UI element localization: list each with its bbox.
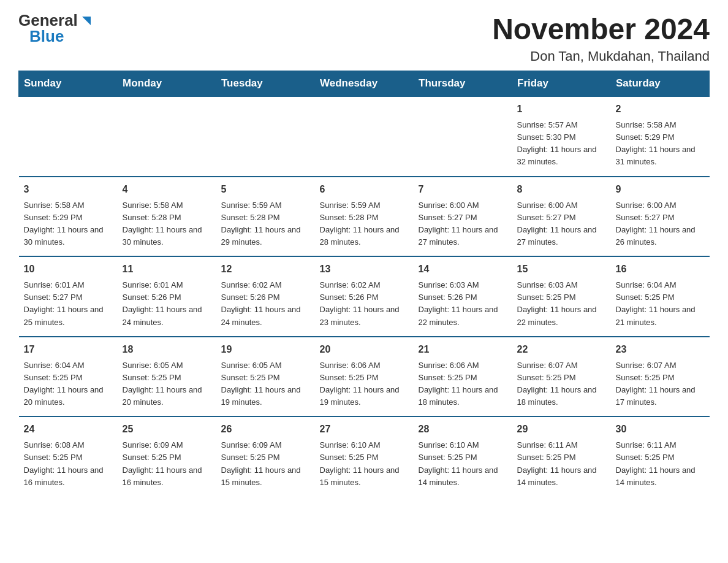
day-number: 8 [517,182,606,197]
table-row [19,96,118,177]
table-row: 28Sunrise: 6:10 AMSunset: 5:25 PMDayligh… [414,416,512,496]
calendar-week-row: 17Sunrise: 6:04 AMSunset: 5:25 PMDayligh… [19,337,710,417]
day-detail: Sunrise: 6:00 AMSunset: 5:27 PMDaylight:… [419,199,507,249]
calendar-week-row: 3Sunrise: 5:58 AMSunset: 5:29 PMDaylight… [19,177,710,257]
table-row: 21Sunrise: 6:06 AMSunset: 5:25 PMDayligh… [414,337,512,417]
day-number: 24 [24,422,113,437]
calendar-week-row: 10Sunrise: 6:01 AMSunset: 5:27 PMDayligh… [19,256,710,337]
calendar-table: Sunday Monday Tuesday Wednesday Thursday… [18,71,710,496]
day-number: 20 [320,342,409,357]
table-row: 20Sunrise: 6:06 AMSunset: 5:25 PMDayligh… [315,337,414,417]
calendar-header-row: Sunday Monday Tuesday Wednesday Thursday… [19,71,710,97]
table-row: 13Sunrise: 6:02 AMSunset: 5:26 PMDayligh… [315,256,414,337]
day-number: 21 [419,342,507,357]
day-detail: Sunrise: 6:07 AMSunset: 5:25 PMDaylight:… [616,359,705,409]
day-detail: Sunrise: 6:08 AMSunset: 5:25 PMDaylight:… [24,439,113,489]
day-detail: Sunrise: 6:07 AMSunset: 5:25 PMDaylight:… [517,359,606,409]
table-row: 3Sunrise: 5:58 AMSunset: 5:29 PMDaylight… [19,177,118,257]
day-detail: Sunrise: 6:06 AMSunset: 5:25 PMDaylight:… [320,359,409,409]
day-number: 6 [320,182,409,197]
logo-general-text: General [18,12,78,28]
day-detail: Sunrise: 6:04 AMSunset: 5:25 PMDaylight:… [616,279,705,329]
table-row: 10Sunrise: 6:01 AMSunset: 5:27 PMDayligh… [19,256,118,337]
day-number: 22 [517,342,606,357]
day-number: 14 [419,262,507,277]
day-number: 7 [419,182,507,197]
table-row: 24Sunrise: 6:08 AMSunset: 5:25 PMDayligh… [19,416,118,496]
day-detail: Sunrise: 6:11 AMSunset: 5:25 PMDaylight:… [616,439,705,489]
day-detail: Sunrise: 5:59 AMSunset: 5:28 PMDaylight:… [221,199,310,249]
day-number: 19 [221,342,310,357]
day-number: 27 [320,422,409,437]
day-number: 18 [123,342,211,357]
table-row: 7Sunrise: 6:00 AMSunset: 5:27 PMDaylight… [414,177,512,257]
table-row [118,96,216,177]
table-row: 12Sunrise: 6:02 AMSunset: 5:26 PMDayligh… [216,256,315,337]
table-row: 27Sunrise: 6:10 AMSunset: 5:25 PMDayligh… [315,416,414,496]
day-detail: Sunrise: 6:09 AMSunset: 5:25 PMDaylight:… [123,439,211,489]
day-number: 10 [24,262,113,277]
month-year-title: November 2024 [492,12,710,46]
header-friday: Friday [512,71,611,97]
day-number: 16 [616,262,705,277]
day-detail: Sunrise: 5:59 AMSunset: 5:28 PMDaylight:… [320,199,409,249]
table-row: 6Sunrise: 5:59 AMSunset: 5:28 PMDaylight… [315,177,414,257]
day-detail: Sunrise: 6:01 AMSunset: 5:26 PMDaylight:… [123,279,211,329]
day-number: 12 [221,262,310,277]
day-detail: Sunrise: 6:09 AMSunset: 5:25 PMDaylight:… [221,439,310,489]
table-row: 4Sunrise: 5:58 AMSunset: 5:28 PMDaylight… [118,177,216,257]
day-number: 11 [123,262,211,277]
table-row: 22Sunrise: 6:07 AMSunset: 5:25 PMDayligh… [512,337,611,417]
day-detail: Sunrise: 5:58 AMSunset: 5:29 PMDaylight:… [616,119,705,169]
day-detail: Sunrise: 6:00 AMSunset: 5:27 PMDaylight:… [517,199,606,249]
table-row: 14Sunrise: 6:03 AMSunset: 5:26 PMDayligh… [414,256,512,337]
day-detail: Sunrise: 6:04 AMSunset: 5:25 PMDaylight:… [24,359,113,409]
day-detail: Sunrise: 6:02 AMSunset: 5:26 PMDaylight:… [320,279,409,329]
day-detail: Sunrise: 6:03 AMSunset: 5:25 PMDaylight:… [517,279,606,329]
table-row [216,96,315,177]
day-number: 17 [24,342,113,357]
day-number: 26 [221,422,310,437]
logo-blue-text: Blue [29,27,64,45]
day-detail: Sunrise: 6:10 AMSunset: 5:25 PMDaylight:… [419,439,507,489]
table-row: 15Sunrise: 6:03 AMSunset: 5:25 PMDayligh… [512,256,611,337]
table-row: 8Sunrise: 6:00 AMSunset: 5:27 PMDaylight… [512,177,611,257]
day-detail: Sunrise: 6:05 AMSunset: 5:25 PMDaylight:… [123,359,211,409]
day-number: 4 [123,182,211,197]
day-number: 29 [517,422,606,437]
calendar-week-row: 24Sunrise: 6:08 AMSunset: 5:25 PMDayligh… [19,416,710,496]
day-number: 15 [517,262,606,277]
svg-marker-0 [82,17,91,25]
day-detail: Sunrise: 6:02 AMSunset: 5:26 PMDaylight:… [221,279,310,329]
day-number: 5 [221,182,310,197]
table-row: 18Sunrise: 6:05 AMSunset: 5:25 PMDayligh… [118,337,216,417]
day-detail: Sunrise: 5:58 AMSunset: 5:28 PMDaylight:… [123,199,211,249]
table-row [315,96,414,177]
table-row: 23Sunrise: 6:07 AMSunset: 5:25 PMDayligh… [611,337,710,417]
table-row: 17Sunrise: 6:04 AMSunset: 5:25 PMDayligh… [19,337,118,417]
header-thursday: Thursday [414,71,512,97]
location-subtitle: Don Tan, Mukdahan, Thailand [492,48,710,64]
day-detail: Sunrise: 6:03 AMSunset: 5:26 PMDaylight:… [419,279,507,329]
header-sunday: Sunday [19,71,118,97]
day-detail: Sunrise: 6:06 AMSunset: 5:25 PMDaylight:… [419,359,507,409]
table-row: 16Sunrise: 6:04 AMSunset: 5:25 PMDayligh… [611,256,710,337]
day-detail: Sunrise: 5:58 AMSunset: 5:29 PMDaylight:… [24,199,113,249]
header-wednesday: Wednesday [315,71,414,97]
table-row: 26Sunrise: 6:09 AMSunset: 5:25 PMDayligh… [216,416,315,496]
logo: General Blue [18,12,93,44]
table-row: 1Sunrise: 5:57 AMSunset: 5:30 PMDaylight… [512,96,611,177]
day-detail: Sunrise: 6:10 AMSunset: 5:25 PMDaylight:… [320,439,409,489]
title-block: November 2024 Don Tan, Mukdahan, Thailan… [492,12,710,64]
day-number: 30 [616,422,705,437]
day-number: 13 [320,262,409,277]
day-number: 9 [616,182,705,197]
day-detail: Sunrise: 5:57 AMSunset: 5:30 PMDaylight:… [517,119,606,169]
day-number: 23 [616,342,705,357]
table-row [414,96,512,177]
day-number: 28 [419,422,507,437]
header-saturday: Saturday [611,71,710,97]
table-row: 19Sunrise: 6:05 AMSunset: 5:25 PMDayligh… [216,337,315,417]
table-row: 25Sunrise: 6:09 AMSunset: 5:25 PMDayligh… [118,416,216,496]
page-header: General Blue November 2024 Don Tan, Mukd… [18,12,710,64]
